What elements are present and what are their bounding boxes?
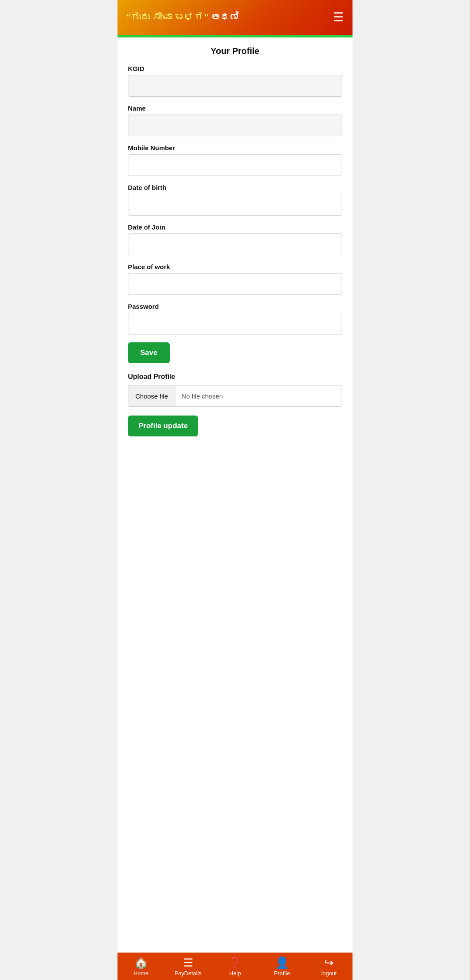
name-label: Name xyxy=(128,105,342,112)
nav-home-label: Home xyxy=(134,970,149,977)
home-icon: 🏠 xyxy=(134,957,148,968)
password-label: Password xyxy=(128,303,342,310)
password-input[interactable] xyxy=(128,313,342,335)
nav-profile[interactable]: 👤 Profile xyxy=(258,957,306,977)
nav-home[interactable]: 🏠 Home xyxy=(118,957,164,977)
nav-help-label: Help xyxy=(229,970,241,977)
nav-profile-label: Profile xyxy=(274,970,290,977)
profile-update-button[interactable]: Profile update xyxy=(128,416,198,436)
save-button[interactable]: Save xyxy=(128,342,170,363)
doj-group: Date of Join xyxy=(128,223,342,255)
place-of-work-group: Place of work xyxy=(128,263,342,295)
file-input-wrapper: Choose file No file chosen xyxy=(128,385,342,407)
dob-input[interactable] xyxy=(128,194,342,216)
help-icon: ❓ xyxy=(228,957,242,968)
doj-label: Date of Join xyxy=(128,223,342,231)
dob-label: Date of birth xyxy=(128,184,342,191)
mobile-label: Mobile Number xyxy=(128,144,342,152)
dob-group: Date of birth xyxy=(128,184,342,216)
place-of-work-input[interactable] xyxy=(128,273,342,295)
app-title-adhani: ಅಧಣಿ xyxy=(211,12,239,23)
password-group: Password xyxy=(128,303,342,335)
bottom-nav: 🏠 Home ☰ PayDetails ❓ Help 👤 Profile ↪ l… xyxy=(118,953,352,980)
choose-file-button[interactable]: Choose file xyxy=(128,385,175,406)
app-header: "ಗುರು ಸೇವಾ ಬಳಗ" ಅಧಣಿ ☰ xyxy=(118,0,352,35)
nav-logout-label: logout xyxy=(321,970,336,977)
kgid-label: KGID xyxy=(128,65,342,72)
name-group: Name xyxy=(128,105,342,136)
mobile-input[interactable] xyxy=(128,154,342,176)
pay-details-icon: ☰ xyxy=(183,957,193,968)
no-file-text: No file chosen xyxy=(175,392,229,400)
mobile-group: Mobile Number xyxy=(128,144,342,176)
place-of-work-label: Place of work xyxy=(128,263,342,270)
logout-icon: ↪ xyxy=(324,957,334,968)
doj-input[interactable] xyxy=(128,233,342,255)
nav-logout[interactable]: ↪ logout xyxy=(306,957,352,977)
main-content: Your Profile KGID Name Mobile Number Dat… xyxy=(118,37,352,953)
upload-profile-label: Upload Profile xyxy=(128,373,342,381)
app-title: "ಗುರು ಸೇವಾ ಬಳಗ" ಅಧಣಿ xyxy=(126,12,239,23)
kgid-group: KGID xyxy=(128,65,342,97)
hamburger-icon[interactable]: ☰ xyxy=(333,11,344,24)
nav-pay-details[interactable]: ☰ PayDetails xyxy=(164,957,212,977)
nav-pay-details-label: PayDetails xyxy=(175,970,201,977)
upload-profile-section: Upload Profile Choose file No file chose… xyxy=(128,373,342,407)
page-title: Your Profile xyxy=(128,46,342,56)
name-input[interactable] xyxy=(128,115,342,136)
nav-help[interactable]: ❓ Help xyxy=(212,957,258,977)
app-title-kannada: "ಗುರು ಸೇವಾ ಬಳಗ" xyxy=(126,12,208,23)
kgid-input[interactable] xyxy=(128,75,342,97)
profile-icon: 👤 xyxy=(275,957,289,968)
